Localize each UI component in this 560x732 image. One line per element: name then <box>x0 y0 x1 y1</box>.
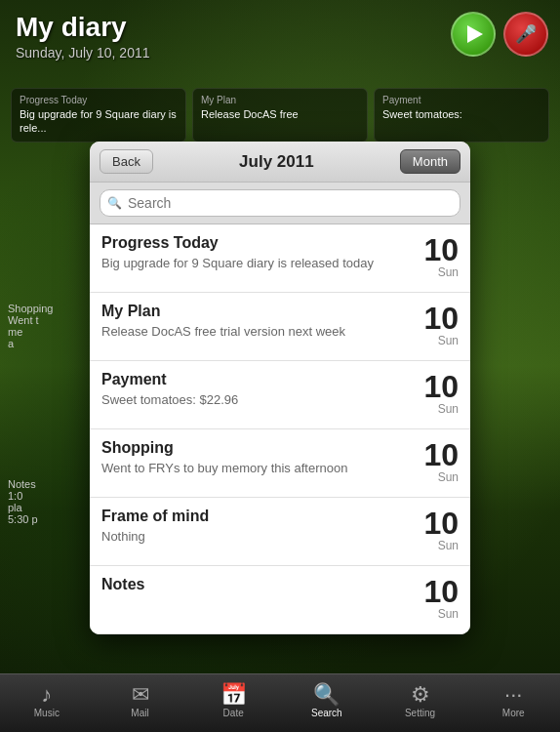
item-desc: Sweet tomatoes: $22.96 <box>101 392 410 409</box>
item-title: Payment <box>101 371 410 388</box>
setting-icon: ⚙ <box>411 684 430 706</box>
item-title: Progress Today <box>101 234 410 252</box>
item-content: Payment Sweet tomatoes: $22.96 <box>101 371 410 419</box>
date-icon: 📅 <box>220 684 247 706</box>
item-desc: Big upgrade for 9 Square diary is releas… <box>101 256 410 272</box>
tabbar-item-setting[interactable]: ⚙ Setting <box>374 674 467 732</box>
item-date: 10 Sun <box>410 234 459 282</box>
list-item[interactable]: Shopping Went to FRYs to buy memory this… <box>90 429 470 498</box>
item-content: Frame of mind Nothing <box>101 508 410 555</box>
modal-title: July 2011 <box>239 152 314 172</box>
item-content: My Plan Release DocAS free trial version… <box>101 303 410 350</box>
modal-list: Progress Today Big upgrade for 9 Square … <box>90 224 470 634</box>
item-day: 10 <box>423 234 459 265</box>
item-date: 10 Sun <box>410 439 459 487</box>
tabbar-item-date[interactable]: 📅 Date <box>186 674 280 732</box>
list-item[interactable]: Notes 10 Sun <box>90 566 470 634</box>
item-day: 10 <box>423 576 459 607</box>
tabbar: ♪ Music ✉ Mail 📅 Date 🔍 Search ⚙ Setting… <box>0 673 560 732</box>
tabbar-item-music[interactable]: ♪ Music <box>0 674 94 732</box>
item-desc: Release DocAS free trial version next we… <box>101 324 410 341</box>
music-label: Music <box>34 708 60 718</box>
item-day: 10 <box>423 439 459 470</box>
month-button[interactable]: Month <box>400 149 460 174</box>
search-wrap <box>100 189 460 217</box>
back-button[interactable]: Back <box>100 149 153 174</box>
item-date: 10 Sun <box>410 508 459 555</box>
item-date: 10 Sun <box>410 371 459 419</box>
more-icon: ··· <box>504 684 522 706</box>
list-item[interactable]: Frame of mind Nothing 10 Sun <box>90 498 470 566</box>
item-title: Notes <box>101 576 410 593</box>
item-date: 10 Sun <box>410 303 459 350</box>
modal-nav: Back July 2011 Month <box>90 142 470 183</box>
search-label: Search <box>311 708 342 718</box>
search-icon: 🔍 <box>313 684 340 706</box>
item-content: Shopping Went to FRYs to buy memory this… <box>101 439 410 487</box>
item-desc: Went to FRYs to buy memory this afternoo… <box>101 461 410 477</box>
tabbar-item-search[interactable]: 🔍 Search <box>280 674 374 732</box>
list-item[interactable]: My Plan Release DocAS free trial version… <box>90 293 470 361</box>
item-dow: Sun <box>438 334 459 347</box>
tabbar-item-mail[interactable]: ✉ Mail <box>94 674 187 732</box>
setting-label: Setting <box>405 708 435 718</box>
mail-label: Mail <box>131 708 148 718</box>
list-item[interactable]: Payment Sweet tomatoes: $22.96 10 Sun <box>90 361 470 429</box>
more-label: More <box>502 708 525 718</box>
tabbar-item-more[interactable]: ··· More <box>466 674 560 732</box>
item-dow: Sun <box>438 402 459 416</box>
item-desc: Nothing <box>101 529 410 546</box>
item-day: 10 <box>423 303 459 334</box>
item-dow: Sun <box>438 539 459 552</box>
music-icon: ♪ <box>41 684 52 706</box>
item-title: Frame of mind <box>101 508 410 525</box>
item-dow: Sun <box>438 265 459 279</box>
modal-overlay: Back July 2011 Month Progress Today Big … <box>0 0 560 732</box>
item-dow: Sun <box>438 470 459 484</box>
modal-panel: Back July 2011 Month Progress Today Big … <box>90 142 470 634</box>
item-date: 10 Sun <box>410 576 459 624</box>
date-label: Date <box>223 708 244 718</box>
item-content: Progress Today Big upgrade for 9 Square … <box>101 234 410 282</box>
modal-search-bar <box>90 183 470 224</box>
item-title: Shopping <box>101 439 410 457</box>
item-dow: Sun <box>438 607 459 621</box>
search-input[interactable] <box>100 189 460 217</box>
item-title: My Plan <box>101 303 410 320</box>
item-content: Notes <box>101 576 410 624</box>
list-item[interactable]: Progress Today Big upgrade for 9 Square … <box>90 224 470 293</box>
mail-icon: ✉ <box>132 684 149 706</box>
item-day: 10 <box>423 508 459 539</box>
item-day: 10 <box>423 371 459 402</box>
